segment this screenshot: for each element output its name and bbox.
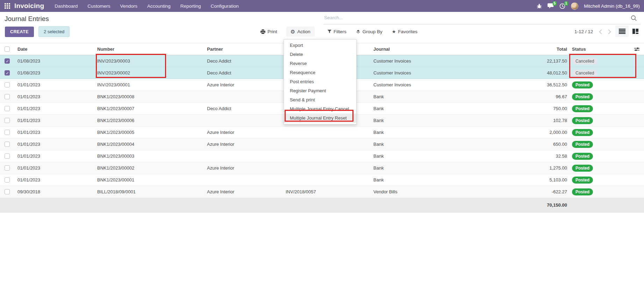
column-header-journal[interactable]: Journal	[370, 46, 472, 52]
row-checkbox[interactable]	[5, 58, 10, 64]
table-row[interactable]: 01/01/2023 BNK1/2023/00004 Azure Interio…	[0, 138, 644, 150]
selected-count-chip[interactable]: 2 selected	[38, 26, 70, 37]
status-badge: Posted	[572, 177, 593, 184]
pager-previous-icon[interactable]	[599, 29, 602, 34]
column-header-partner[interactable]: Partner	[203, 46, 282, 52]
search-input[interactable]	[323, 15, 547, 21]
status-badge: Posted	[572, 141, 593, 148]
select-all-checkbox[interactable]	[5, 46, 10, 52]
cell-total: 1,275.00	[472, 165, 567, 171]
row-checkbox[interactable]	[5, 106, 10, 111]
user-name[interactable]: Mitchell Admin (db_16_99)	[584, 3, 640, 9]
row-checkbox[interactable]	[5, 118, 10, 123]
kanban-view-button[interactable]	[629, 26, 642, 37]
cell-journal: Bank	[370, 94, 472, 99]
cell-date: 01/01/2023	[14, 142, 94, 147]
row-checkbox[interactable]	[5, 142, 10, 147]
messages-icon[interactable]: 5	[548, 3, 554, 9]
menu-item-multiple-journal-entry-cancel[interactable]: Multiple Journal Entry Cancel	[284, 105, 356, 114]
menu-customers[interactable]: Customers	[83, 0, 115, 12]
row-checkbox[interactable]	[5, 153, 10, 159]
footer-total: 70,150.00	[472, 202, 567, 208]
cell-date: 09/30/2018	[14, 189, 94, 194]
favorites-button[interactable]: ★ Favorites	[392, 29, 417, 34]
cell-number: BNK1/2023/00006	[94, 118, 203, 123]
column-header-date[interactable]: Date	[14, 46, 94, 52]
column-options-icon[interactable]	[634, 47, 639, 52]
menu-accounting[interactable]: Accounting	[142, 0, 176, 12]
filters-button[interactable]: Filters	[328, 29, 346, 34]
table-row[interactable]: 01/01/2023 BNK1/2023/00002 Azure Interio…	[0, 162, 644, 174]
row-checkbox[interactable]	[5, 130, 10, 135]
cell-number: INV/2023/00003	[94, 58, 203, 64]
row-checkbox[interactable]	[5, 82, 10, 87]
list-view-button[interactable]	[615, 26, 629, 37]
status-badge: Posted	[572, 129, 593, 136]
menu-item-register-payment[interactable]: Register Payment	[284, 86, 356, 95]
top-navbar: Invoicing Dashboard Customers Vendors Ac…	[0, 0, 644, 12]
row-checkbox[interactable]	[5, 165, 10, 171]
cell-number: BNK1/2023/00008	[94, 94, 203, 99]
cell-journal: Customer Invoices	[370, 82, 472, 87]
cell-journal: Bank	[370, 118, 472, 123]
app-brand[interactable]: Invoicing	[14, 2, 44, 10]
star-icon: ★	[392, 29, 396, 34]
pager-next-icon[interactable]	[608, 29, 611, 34]
menu-reporting[interactable]: Reporting	[176, 0, 206, 12]
activities-clock-icon[interactable]: 1	[559, 3, 565, 9]
menu-item-post-entries[interactable]: Post entries	[284, 77, 356, 86]
pager: 1-12 / 12	[574, 26, 611, 37]
column-header-status[interactable]: Status	[567, 46, 629, 52]
column-header-number[interactable]: Number	[94, 46, 203, 52]
user-avatar	[571, 2, 578, 10]
table-row[interactable]: 09/30/2018 BILL/2018/09/0001 Azure Inter…	[0, 186, 644, 198]
status-badge: Posted	[572, 117, 593, 124]
status-badge: Posted	[572, 81, 593, 88]
control-panel: Journal Entries CREATE 2 selected Print …	[0, 12, 644, 43]
debug-bug-icon[interactable]	[537, 3, 542, 9]
cell-number: BNK1/2023/00004	[94, 142, 203, 147]
search-icon[interactable]	[631, 15, 637, 22]
search-facets-row: Filters Group By ★ Favorites	[328, 26, 417, 37]
cell-partner: Deco Addict	[203, 58, 282, 64]
table-row[interactable]: 01/01/2023 BNK1/2023/00003 Bank 32.58 Po…	[0, 150, 644, 162]
menu-item-reverse[interactable]: Reverse	[284, 59, 356, 68]
menu-dashboard[interactable]: Dashboard	[50, 0, 83, 12]
menu-item-delete[interactable]: Delete	[284, 50, 356, 59]
row-checkbox[interactable]	[5, 189, 10, 194]
cell-number: INV/2023/00001	[94, 82, 203, 87]
menu-configuration[interactable]: Configuration	[206, 0, 243, 12]
status-badge: Posted	[572, 188, 593, 195]
row-checkbox[interactable]	[5, 70, 10, 76]
cell-number: BNK1/2023/00007	[94, 106, 203, 111]
print-action-row: Print ⚙ Action	[256, 26, 315, 37]
group-by-button[interactable]: Group By	[356, 29, 382, 34]
table-row[interactable]: 01/01/2023 BNK1/2023/00005 Azure Interio…	[0, 127, 644, 138]
cell-reference: INV/2018/0057	[282, 189, 370, 194]
menu-item-export[interactable]: Export	[284, 41, 356, 50]
cell-partner: Azure Interior	[203, 189, 282, 194]
apps-menu-button[interactable]	[0, 0, 14, 12]
menu-item-multiple-journal-entry-reset[interactable]: Multiple Journal Entry Reset	[284, 114, 356, 123]
view-switcher	[615, 26, 642, 37]
cell-date: 01/01/2023	[14, 177, 94, 182]
cell-total: 5,103.00	[472, 177, 567, 182]
row-checkbox[interactable]	[5, 177, 10, 182]
table-row[interactable]: 01/01/2023 BNK1/2023/00001 Bank 5,103.00…	[0, 174, 644, 186]
print-button[interactable]: Print	[256, 27, 281, 37]
user-menu[interactable]	[571, 2, 578, 10]
status-badge: Posted	[572, 93, 593, 100]
menu-item-resequence[interactable]: Resequence	[284, 68, 356, 77]
create-button[interactable]: CREATE	[5, 27, 34, 37]
print-label: Print	[267, 29, 277, 34]
row-checkbox[interactable]	[5, 94, 10, 99]
column-header-total[interactable]: Total	[472, 46, 567, 52]
menu-vendors[interactable]: Vendors	[115, 0, 143, 12]
action-button[interactable]: ⚙ Action	[286, 27, 315, 37]
printer-icon	[260, 29, 265, 34]
group-by-icon	[356, 30, 360, 34]
cell-journal: Customer Invoices	[370, 58, 472, 64]
menu-item-send-and-print[interactable]: Send & print	[284, 95, 356, 105]
cell-journal: Bank	[370, 177, 472, 182]
cell-journal: Bank	[370, 142, 472, 147]
